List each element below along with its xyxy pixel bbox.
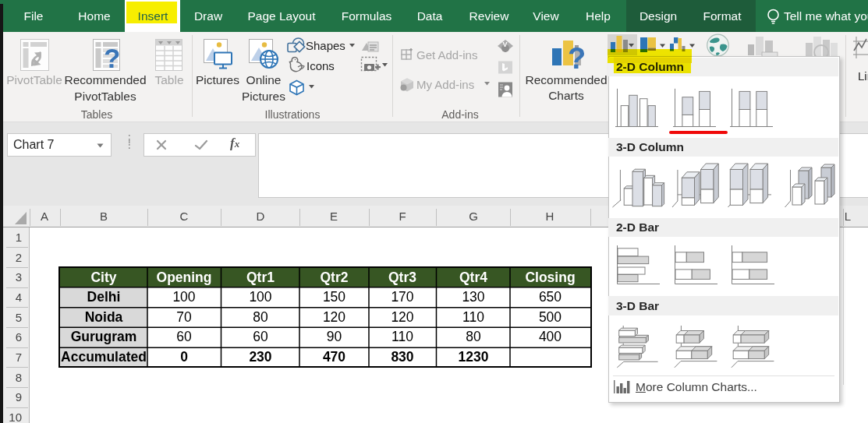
svg-text:?: ? xyxy=(104,43,120,73)
svg-text:V: V xyxy=(503,41,508,48)
svg-text:?: ? xyxy=(568,42,585,72)
